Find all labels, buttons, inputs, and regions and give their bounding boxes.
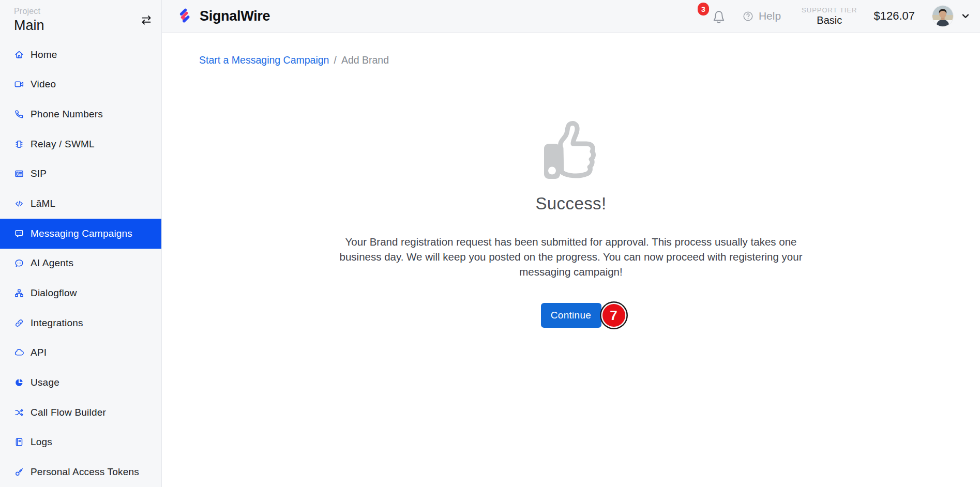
breadcrumb-current-add-brand: Add Brand [341, 54, 389, 66]
video-camera-icon [14, 79, 24, 89]
project-switcher: Project Main [0, 0, 161, 40]
pie-chart-icon [14, 377, 24, 388]
continue-button-row: Continue 7 [541, 303, 601, 328]
sidebar-item-label: Phone Numbers [31, 109, 103, 120]
sidebar-item-label: Call Flow Builder [31, 407, 106, 418]
sidebar-item-sip[interactable]: SIP [0, 159, 161, 189]
notification-count-badge: 3 [698, 3, 709, 16]
support-tier: SUPPORT TIER Basic [802, 6, 857, 26]
phone-icon [14, 109, 24, 119]
brand-name: SignalWire [200, 8, 270, 24]
breadcrumb: Start a Messaging Campaign / Add Brand [199, 54, 980, 66]
sidebar-nav: Home Video Phone Numbers Relay / SWML SI… [0, 40, 161, 487]
sidebar-item-logs[interactable]: Logs [0, 428, 161, 458]
help-icon [742, 10, 754, 22]
sidebar: Project Main Home Video Phone Numbers Re… [0, 0, 162, 487]
support-tier-value: Basic [802, 14, 857, 26]
sidebar-item-label: Usage [31, 377, 59, 388]
code-icon [14, 199, 24, 209]
sidebar-item-phone-numbers[interactable]: Phone Numbers [0, 99, 161, 129]
signalwire-logo-icon [177, 7, 192, 25]
link-icon [14, 318, 24, 328]
speech-bubble-icon [14, 258, 24, 268]
success-message: Your Brand registration request has been… [325, 234, 817, 279]
sidebar-item-home[interactable]: Home [0, 40, 161, 70]
sidebar-item-video[interactable]: Video [0, 69, 161, 99]
sidebar-item-call-flow-builder[interactable]: Call Flow Builder [0, 398, 161, 428]
notifications-button[interactable]: 3 [711, 7, 727, 25]
sidebar-item-label: Home [31, 49, 57, 60]
desk-phone-icon [14, 169, 24, 179]
key-icon [14, 467, 24, 477]
app-root: Project Main Home Video Phone Numbers Re… [0, 0, 980, 487]
help-button[interactable]: Help [742, 10, 781, 22]
annotation-marker-7: 7 [602, 304, 625, 327]
sidebar-item-ai-agents[interactable]: AI Agents [0, 249, 161, 279]
sidebar-item-label: Dialogflow [31, 287, 77, 299]
content-area: Start a Messaging Campaign / Add Brand S… [162, 33, 980, 487]
sidebar-item-dialogflow[interactable]: Dialogflow [0, 278, 161, 308]
sidebar-item-label: AI Agents [31, 257, 73, 269]
sidebar-item-relay-swml[interactable]: Relay / SWML [0, 129, 161, 159]
sidebar-item-label: Personal Access Tokens [31, 466, 139, 478]
main-column: SignalWire 3 Help [162, 0, 980, 487]
top-bar: SignalWire 3 Help [162, 0, 980, 33]
swap-horizontal-icon[interactable] [140, 13, 153, 27]
account-menu-chevron-down-icon[interactable] [960, 10, 971, 22]
support-tier-label: SUPPORT TIER [802, 6, 857, 14]
cloud-icon [14, 347, 24, 358]
sidebar-item-label: Messaging Campaigns [31, 228, 132, 239]
sidebar-item-personal-access-tokens[interactable]: Personal Access Tokens [0, 457, 161, 487]
sidebar-item-laml[interactable]: LāML [0, 189, 161, 219]
success-panel: Success! Your Brand registration request… [162, 66, 980, 328]
breadcrumb-separator: / [334, 54, 336, 66]
account-balance[interactable]: $126.07 [873, 9, 915, 23]
shuffle-icon [14, 407, 24, 418]
sidebar-item-label: Integrations [31, 317, 83, 329]
continue-button[interactable]: Continue [541, 303, 601, 328]
sidebar-item-label: Relay / SWML [31, 139, 95, 150]
sitemap-icon [14, 288, 24, 298]
sidebar-item-api[interactable]: API [0, 338, 161, 368]
user-avatar[interactable] [932, 6, 953, 26]
sidebar-item-usage[interactable]: Usage [0, 368, 161, 398]
chat-bubble-icon [14, 229, 24, 239]
top-bar-actions: 3 Help SUPPORT TIER Bas [711, 6, 971, 26]
success-title: Success! [535, 194, 606, 214]
bell-icon [711, 9, 727, 25]
chip-icon [14, 139, 24, 149]
sidebar-item-label: Video [31, 79, 56, 90]
sidebar-item-integrations[interactable]: Integrations [0, 308, 161, 338]
signalwire-logo[interactable]: SignalWire [177, 7, 270, 25]
home-icon [14, 50, 24, 60]
sidebar-item-label: SIP [31, 168, 47, 179]
thumbs-up-icon [542, 118, 599, 182]
sidebar-item-label: Logs [31, 436, 52, 448]
sidebar-item-messaging-campaigns[interactable]: Messaging Campaigns [0, 219, 161, 249]
help-label: Help [759, 10, 781, 22]
sidebar-item-label: API [31, 347, 47, 358]
breadcrumb-link-start-messaging-campaign[interactable]: Start a Messaging Campaign [199, 54, 329, 66]
sidebar-item-label: LāML [31, 198, 55, 209]
journal-icon [14, 437, 24, 447]
